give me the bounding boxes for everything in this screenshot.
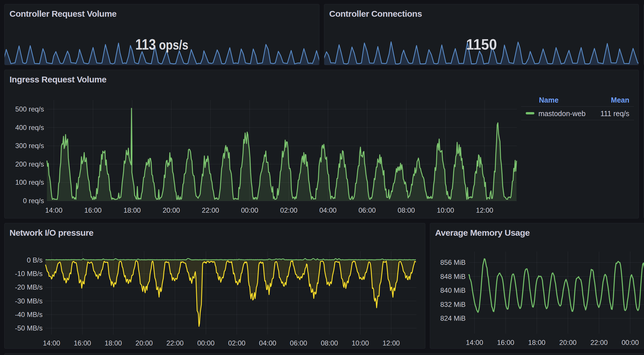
svg-text:832 MiB: 832 MiB — [440, 301, 466, 308]
svg-text:20:00: 20:00 — [559, 339, 577, 346]
svg-text:14:00: 14:00 — [45, 206, 62, 214]
svg-text:06:00: 06:00 — [290, 339, 307, 347]
svg-text:14:00: 14:00 — [466, 339, 483, 346]
svg-text:-40 MB/s: -40 MB/s — [15, 311, 43, 318]
svg-text:18:00: 18:00 — [105, 339, 122, 347]
svg-text:04:00: 04:00 — [319, 206, 337, 214]
svg-text:300 req/s: 300 req/s — [15, 142, 44, 150]
svg-text:04:00: 04:00 — [259, 339, 276, 347]
svg-text:22:00: 22:00 — [202, 206, 219, 214]
svg-text:10:00: 10:00 — [437, 206, 454, 214]
svg-text:16:00: 16:00 — [84, 206, 102, 214]
svg-text:12:00: 12:00 — [476, 206, 493, 214]
svg-text:22:00: 22:00 — [590, 339, 608, 346]
svg-text:-20 MB/s: -20 MB/s — [15, 283, 43, 291]
svg-text:18:00: 18:00 — [528, 339, 545, 346]
svg-text:856 MiB: 856 MiB — [440, 258, 466, 266]
svg-text:02:00: 02:00 — [280, 206, 298, 214]
svg-text:12:00: 12:00 — [382, 339, 400, 347]
svg-text:00:00: 00:00 — [197, 339, 214, 347]
svg-text:824 MiB: 824 MiB — [440, 314, 466, 322]
svg-text:22:00: 22:00 — [166, 339, 184, 347]
svg-text:100 req/s: 100 req/s — [15, 178, 44, 186]
svg-text:16:00: 16:00 — [74, 339, 91, 347]
svg-text:00:00: 00:00 — [241, 206, 258, 214]
svg-text:08:00: 08:00 — [398, 206, 415, 214]
svg-text:20:00: 20:00 — [163, 206, 180, 214]
svg-text:200 req/s: 200 req/s — [15, 160, 44, 168]
svg-text:848 MiB: 848 MiB — [440, 273, 466, 280]
svg-text:0 req/s: 0 req/s — [23, 197, 44, 205]
svg-text:02:00: 02:00 — [228, 339, 245, 347]
svg-text:-10 MB/s: -10 MB/s — [15, 270, 43, 277]
svg-text:08:00: 08:00 — [321, 339, 338, 347]
svg-text:-50 MB/s: -50 MB/s — [15, 324, 43, 332]
svg-text:20:00: 20:00 — [136, 339, 153, 347]
svg-text:16:00: 16:00 — [497, 339, 514, 346]
svg-text:0 B/s: 0 B/s — [27, 256, 43, 264]
svg-text:500 req/s: 500 req/s — [15, 105, 44, 113]
svg-text:-30 MB/s: -30 MB/s — [15, 297, 43, 305]
svg-text:06:00: 06:00 — [359, 206, 376, 214]
svg-text:10:00: 10:00 — [352, 339, 369, 347]
svg-text:18:00: 18:00 — [123, 206, 141, 214]
svg-text:840 MiB: 840 MiB — [440, 286, 466, 294]
svg-text:00:00: 00:00 — [622, 339, 639, 346]
svg-text:14:00: 14:00 — [43, 339, 60, 347]
svg-text:400 req/s: 400 req/s — [15, 124, 44, 131]
